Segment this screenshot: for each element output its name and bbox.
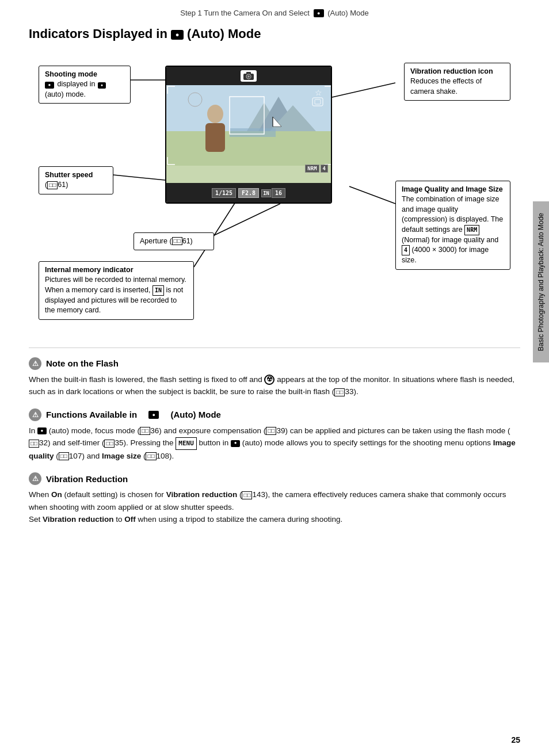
svg-line-5 — [349, 186, 395, 204]
flash-off-icon: ☢ — [264, 375, 274, 385]
camera-viewfinder: ☆ NRM 4 1/125 F2.8 IN — [165, 66, 332, 204]
note-flash: ⚠ Note on the Flash When the built-in fl… — [29, 357, 520, 398]
page-number: 25 — [511, 735, 520, 744]
shooting-mode-camera-icon2: ● — [98, 82, 106, 89]
note-flash-icon: ⚠ — [29, 357, 41, 370]
ann-internal-memory: Internal memory indicator Pictures will … — [39, 261, 194, 320]
header-camera-icon: ● — [314, 9, 324, 17]
note-vibration-body: When On (default setting) is chosen for … — [29, 488, 520, 526]
note-functions-title: ⚠ Functions Available in ● (Auto) Mode — [29, 408, 520, 421]
sidebar-tab-label: Basic Photography and Playback: Auto Mod… — [537, 213, 545, 351]
svg-line-4 — [332, 83, 395, 97]
note-vibration-icon: ⚠ — [29, 472, 41, 485]
diagram-area: ☆ NRM 4 1/125 F2.8 IN — [39, 54, 510, 330]
internal-memory-body: Pictures will be recorded to internal me… — [45, 276, 186, 314]
count-indicator: 16 — [272, 188, 285, 198]
mountain-svg: ☆ — [166, 85, 332, 166]
shooting-mode-camera-icon: ● — [45, 82, 54, 89]
camera-bottom-indicators: NRM 4 1/125 F2.8 IN 16 — [166, 183, 331, 204]
shutter-speed-title: Shutter speed — [45, 171, 93, 179]
note-flash-body: When the built-in flash is lowered, the … — [29, 373, 520, 398]
note-flash-title: ⚠ Note on the Flash — [29, 357, 520, 370]
note-functions-body: In ● (auto) mode, focus mode (□□36) and … — [29, 425, 520, 462]
page-title: Indicators Displayed in ● (Auto) Mode — [29, 26, 520, 43]
camera-mode-icon — [241, 70, 257, 82]
note-vibration: ⚠ Vibration Reduction When On (default s… — [29, 472, 520, 526]
menu-button: MENU — [176, 437, 197, 450]
page-container: Basic Photography and Playback: Auto Mod… — [0, 0, 549, 756]
note-functions-icon: ⚠ — [29, 408, 41, 421]
svg-line-3 — [214, 204, 280, 235]
page-header: Step 1 Turn the Camera On and Select ● (… — [0, 0, 549, 20]
header-mode: (Auto) Mode — [327, 9, 369, 17]
divider1 — [29, 348, 520, 348]
header-text: Step 1 Turn the Camera On and Select — [180, 9, 310, 17]
ann-image-quality: Image Quality and Image Size The combina… — [395, 181, 510, 270]
ann-shooting-mode: Shooting mode ● displayed in ●(auto) mod… — [39, 66, 131, 104]
internal-memory-title: Internal memory indicator — [45, 266, 134, 274]
aperture-label: Aperture (□□61) — [140, 237, 193, 245]
note-functions: ⚠ Functions Available in ● (Auto) Mode I… — [29, 408, 520, 462]
svg-point-21 — [207, 105, 223, 123]
vibration-body: Reduces the effects of camera shake. — [410, 77, 482, 96]
svg-rect-22 — [205, 123, 225, 152]
flash-ref: □□ — [334, 388, 345, 396]
image-quality-body: The combination of image size and image … — [402, 195, 503, 264]
shooting-mode-title: Shooting mode — [45, 70, 97, 78]
nrm-indicator: NRM — [305, 165, 319, 173]
camera-top-bar — [166, 67, 331, 85]
title-camera-icon: ● — [171, 30, 184, 40]
vibration-title: Vibration reduction icon — [410, 67, 493, 75]
ann-vibration: Vibration reduction icon Reduces the eff… — [404, 63, 510, 101]
note-vibration-title: ⚠ Vibration Reduction — [29, 472, 520, 485]
shutter-indicator: 1/125 — [212, 188, 236, 198]
svg-rect-16 — [230, 128, 276, 137]
in-indicator: IN — [261, 189, 271, 197]
shutter-ref: □□ — [47, 181, 58, 189]
svg-point-10 — [247, 75, 250, 78]
image-quality-title: Image Quality and Image Size — [402, 185, 503, 193]
svg-text:☆: ☆ — [315, 88, 322, 97]
sidebar-tab: Basic Photography and Playback: Auto Mod… — [533, 201, 549, 362]
main-content: Indicators Displayed in ● (Auto) Mode — [0, 20, 549, 548]
functions-inline-icon: ● — [37, 427, 47, 434]
aperture-indicator: F2.8 — [238, 188, 259, 198]
size-indicator: 4 — [321, 165, 328, 173]
ann-shutter-speed: Shutter speed (□□61) — [39, 166, 113, 194]
aperture-ref: □□ — [172, 237, 182, 245]
svg-line-6 — [194, 195, 240, 267]
functions-inline-icon2: ● — [231, 440, 240, 447]
functions-camera-icon: ● — [148, 411, 159, 419]
ann-aperture: Aperture (□□61) — [134, 232, 214, 251]
